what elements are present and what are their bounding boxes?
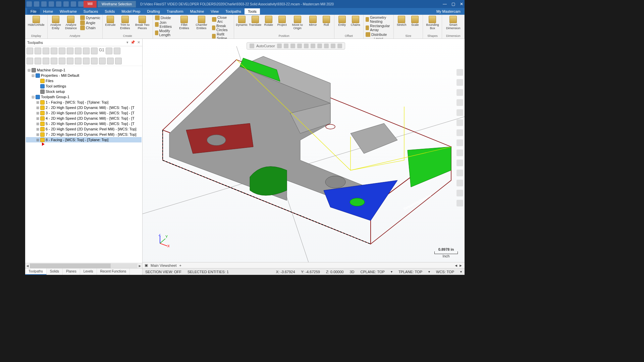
tree-tool-settings[interactable]: Tool settings (46, 84, 66, 88)
btab-solids[interactable]: Solids (47, 268, 63, 275)
qm-icon[interactable] (457, 69, 463, 76)
autocursor-icon[interactable] (250, 44, 254, 48)
qm-icon[interactable] (457, 139, 463, 146)
tab-modelprep[interactable]: Model Prep (118, 8, 144, 14)
analyze-entity-button[interactable]: Analyze Entity (50, 15, 62, 31)
qm-icon[interactable] (457, 129, 463, 136)
viewsheet-main[interactable]: Main Viewsheet (151, 263, 176, 267)
tp-icon[interactable] (115, 58, 122, 64)
snap-icon[interactable] (337, 44, 342, 48)
qm-icon[interactable] (457, 79, 463, 86)
my-mastercam-link[interactable]: My Mastercam (436, 9, 463, 13)
context-tab-wireframe[interactable]: Wireframe Selection (97, 1, 136, 8)
tab-tools[interactable]: Tools (245, 8, 260, 14)
status-section[interactable]: SECTION VIEW: OFF (145, 270, 181, 274)
insert-arrow-icon[interactable] (42, 142, 45, 146)
tree-stock-setup[interactable]: Stock setup (46, 89, 65, 94)
status-tplane[interactable]: TPLANE: TOP (398, 270, 422, 274)
panel-dropdown-icon[interactable]: ▾ (126, 40, 128, 45)
tree-op[interactable]: 3 - 2D High Speed (2D Dynamic Mill) - [W… (46, 111, 135, 115)
tp-icon[interactable] (83, 48, 90, 54)
copy-icon[interactable] (56, 1, 61, 7)
extrude-button[interactable]: Extrude (105, 15, 116, 27)
status-cplane[interactable]: CPLANE: TOP (361, 270, 385, 274)
tree-files[interactable]: Files (46, 79, 53, 83)
analyze-distance-button[interactable]: Analyze Distance (64, 15, 78, 31)
snap-icon[interactable] (324, 44, 329, 48)
operations-tree[interactable]: ⊟Machine Group-1 ⊟Properties - Mill Defa… (25, 66, 142, 263)
tp-icon[interactable] (107, 58, 114, 64)
close-button[interactable]: ✕ (460, 2, 463, 6)
new-icon[interactable] (26, 1, 32, 7)
snap-icon[interactable] (284, 44, 288, 48)
tree-machine-group[interactable]: Machine Group-1 (37, 68, 65, 72)
qm-icon[interactable] (457, 99, 463, 106)
btab-planes[interactable]: Planes (63, 268, 80, 275)
tree-op[interactable]: 6 - 2D High Speed (2D Dynamic Peel Mill)… (46, 127, 137, 131)
tp-icon[interactable] (51, 48, 57, 54)
tp-icon[interactable] (91, 58, 98, 64)
offset-entity-button[interactable]: Entity (336, 15, 348, 27)
panel-close-icon[interactable]: ✕ (137, 40, 140, 45)
rotate-button[interactable]: Rotate (263, 15, 274, 27)
tp-icon[interactable] (51, 58, 57, 64)
viewsheet-nav[interactable]: ◄ ► (454, 263, 463, 267)
tp-icon[interactable] (59, 48, 65, 54)
tab-machine[interactable]: Machine (187, 8, 208, 14)
snap-icon[interactable] (290, 44, 295, 48)
btab-toolpaths[interactable]: Toolpaths (25, 268, 47, 275)
tab-toolpaths[interactable]: Toolpaths (222, 8, 245, 14)
tp-icon[interactable] (43, 58, 49, 64)
qm-icon[interactable] (457, 200, 463, 206)
tp-icon[interactable] (83, 58, 90, 64)
snap-icon[interactable] (331, 44, 335, 48)
tab-drafting[interactable]: Drafting (144, 8, 163, 14)
tp-icon[interactable] (35, 58, 41, 64)
snap-icon[interactable] (304, 44, 309, 48)
autocursor-toolbar[interactable]: AutoCursor (247, 42, 345, 50)
paste-icon[interactable] (63, 1, 69, 7)
minimize-button[interactable]: — (443, 2, 447, 6)
snap-icon[interactable] (277, 44, 282, 48)
mirror-button[interactable]: Mirror (307, 15, 319, 27)
tab-transform[interactable]: Transform (163, 8, 187, 14)
tree-op[interactable]: 5 - 2D High Speed (2D Dynamic Mill) - [W… (46, 122, 135, 126)
tree-op-selected[interactable]: 8 - Facing - [WCS: Top] - [Tplane: Top] (46, 138, 108, 142)
btab-recent[interactable]: Recent Functions (97, 268, 130, 275)
tree-toolpath-group[interactable]: Toolpath Group-1 (41, 95, 69, 99)
trim-button[interactable]: Trim to Entities (118, 15, 132, 31)
tab-solids[interactable]: Solids (101, 8, 118, 14)
tp-icon[interactable] (99, 58, 106, 64)
tree-op[interactable]: 7 - 2D High Speed (2D Dynamic Peel Mill)… (46, 132, 137, 136)
btab-levels[interactable]: Levels (80, 268, 97, 275)
tree-op[interactable]: 2 - 2D High Speed (2D Dynamic Mill) - [W… (46, 106, 135, 110)
qm-icon[interactable] (457, 149, 463, 156)
chain-button[interactable]: Chain (80, 25, 100, 30)
tp-icon[interactable] (67, 48, 73, 54)
move-origin-button[interactable]: Move to Origin (290, 15, 305, 31)
snap-icon[interactable] (317, 44, 322, 48)
rect-array-button[interactable]: Rectangular Array (366, 24, 392, 32)
status-mode[interactable]: 3D (350, 270, 354, 274)
distribute-button[interactable]: Distribute (366, 32, 392, 37)
tp-icon[interactable] (26, 48, 33, 54)
viewsheet-add[interactable]: + (179, 263, 181, 267)
tp-icon[interactable] (106, 48, 112, 54)
qm-icon[interactable] (457, 180, 463, 186)
close-arc-button[interactable]: Close Arc (212, 15, 231, 23)
divide-button[interactable]: Divide (155, 15, 175, 20)
qm-icon[interactable] (457, 190, 463, 196)
tab-view[interactable]: View (207, 8, 222, 14)
tab-home[interactable]: Home (40, 8, 56, 14)
tab-wireframe[interactable]: Wireframe (56, 8, 80, 14)
open-icon[interactable] (41, 1, 47, 7)
tree-op[interactable]: 4 - 2D High Speed (2D Dynamic Mill) - [W… (46, 116, 135, 120)
tp-icon[interactable] (75, 58, 82, 64)
tp-icon[interactable] (35, 48, 41, 54)
tp-icon[interactable] (114, 48, 120, 54)
qm-icon[interactable] (457, 89, 463, 96)
tp-icon[interactable] (75, 48, 82, 54)
tab-surfaces[interactable]: Surfaces (80, 8, 101, 14)
tree-op[interactable]: 1 - Facing - [WCS: Top] - [Tplane: Top] (46, 100, 108, 104)
join-button[interactable]: Join Entities (155, 20, 175, 28)
